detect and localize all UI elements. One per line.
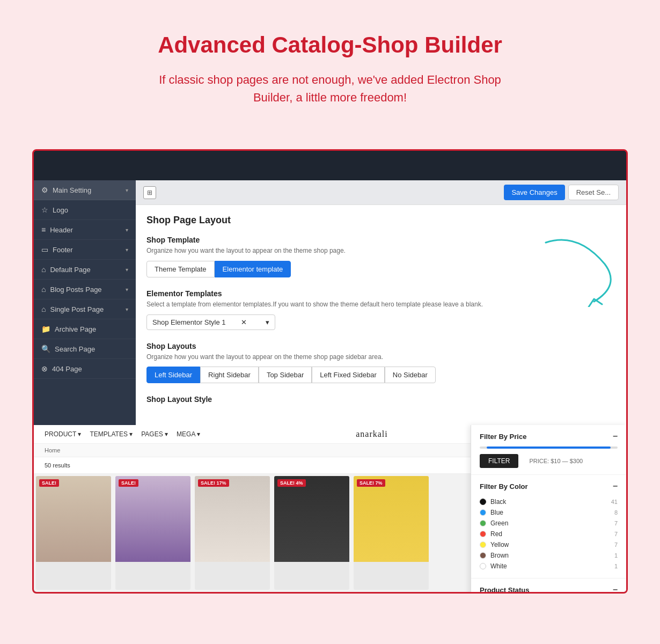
filter-status-title: Product Status − bbox=[480, 585, 618, 594]
sidebar-item-label: Archive Page bbox=[55, 325, 128, 333]
price-range-text: PRICE: $10 — $300 bbox=[529, 458, 583, 464]
color-item-yellow[interactable]: Yellow 7 bbox=[480, 539, 618, 550]
color-dot-white bbox=[480, 563, 486, 569]
color-left: White bbox=[480, 562, 507, 570]
sidebar-item-header[interactable]: ≡ Header ▾ bbox=[34, 220, 136, 240]
nav-pages[interactable]: PAGES ▾ bbox=[141, 430, 168, 438]
hero-section: Advanced Catalog-Shop Builder If classic… bbox=[0, 0, 660, 128]
hero-subtitle: If classic shop pages are not enough, we… bbox=[142, 71, 518, 106]
sidebar-item-label: 404 Page bbox=[52, 365, 128, 373]
color-name-black: Black bbox=[490, 498, 506, 506]
product-card[interactable]: SALE! 7% bbox=[354, 476, 429, 590]
shop-layouts-desc: Organize how you want the layout to appe… bbox=[146, 353, 615, 362]
nav-mega[interactable]: MEGA ▾ bbox=[177, 430, 200, 438]
product-image bbox=[274, 476, 349, 562]
color-name-yellow: Yellow bbox=[490, 541, 509, 548]
chevron-icon: ▾ bbox=[126, 227, 128, 233]
sidebar-item-label: Main Setting bbox=[53, 186, 121, 194]
chevron-icon: ▾ bbox=[126, 306, 128, 312]
select-arrow-icon: ▾ bbox=[266, 318, 269, 326]
color-dot-brown bbox=[480, 552, 486, 559]
main-content: ⊞ Save Changes Reset Se... Shop Page Lay… bbox=[136, 180, 626, 425]
reset-button[interactable]: Reset Se... bbox=[568, 185, 619, 200]
filter-price-title: Filter By Price − bbox=[480, 431, 618, 441]
shop-layout-style-section: Shop Layout Style bbox=[146, 395, 615, 404]
product-card[interactable]: SALE! 17% bbox=[195, 476, 270, 590]
theme-template-btn[interactable]: Theme Template bbox=[146, 261, 215, 277]
color-item-brown[interactable]: Brown 1 bbox=[480, 550, 618, 561]
right-sidebar-btn[interactable]: Right Sidebar bbox=[200, 367, 259, 383]
sidebar-item-main-setting[interactable]: ⚙ Main Setting ▾ bbox=[34, 180, 136, 200]
color-left: Yellow bbox=[480, 541, 509, 548]
sidebar-item-archive[interactable]: 📁 Archive Page bbox=[34, 319, 136, 339]
sidebar-item-label: Logo bbox=[53, 206, 128, 214]
sidebar-item-logo[interactable]: ☆ Logo bbox=[34, 200, 136, 220]
filter-apply-button[interactable]: FILTER bbox=[480, 454, 518, 468]
save-changes-button[interactable]: Save Changes bbox=[504, 185, 564, 200]
sidebar-item-label: Blog Posts Page bbox=[50, 286, 121, 294]
left-sidebar-btn[interactable]: Left Sidebar bbox=[146, 367, 200, 383]
footer-icon: ▭ bbox=[41, 245, 48, 254]
select-clear-icon[interactable]: ✕ bbox=[241, 318, 247, 326]
color-left: Blue bbox=[480, 509, 503, 516]
home-icon: ⌂ bbox=[41, 265, 46, 274]
color-count-white: 1 bbox=[614, 563, 618, 569]
search-icon: 🔍 bbox=[41, 345, 50, 353]
chevron-icon: ▾ bbox=[126, 267, 128, 273]
price-slider[interactable] bbox=[480, 447, 618, 449]
admin-panel: ⚙ Main Setting ▾ ☆ Logo ≡ Header ▾ ▭ Foo… bbox=[34, 180, 626, 425]
nav-templates[interactable]: TEMPLATES ▾ bbox=[90, 430, 133, 438]
color-count-brown: 1 bbox=[614, 552, 618, 559]
sidebar-item-search[interactable]: 🔍 Search Page bbox=[34, 339, 136, 359]
toolbar-right: Save Changes Reset Se... bbox=[504, 185, 619, 200]
filter-status-collapse-icon[interactable]: − bbox=[613, 585, 618, 594]
folder-icon: 📁 bbox=[41, 325, 50, 333]
color-list: Black 41 Blue 8 bbox=[480, 496, 618, 572]
sidebar-item-label: Single Post Page bbox=[50, 305, 121, 313]
chevron-icon: ▾ bbox=[126, 247, 128, 253]
nav-logo: anarkali bbox=[356, 429, 388, 439]
content-area: Shop Page Layout Shop Template Organize … bbox=[136, 205, 626, 425]
color-item-green[interactable]: Green 7 bbox=[480, 518, 618, 529]
sidebar-item-footer[interactable]: ▭ Footer ▾ bbox=[34, 240, 136, 260]
color-item-white[interactable]: White 1 bbox=[480, 561, 618, 572]
sale-badge: SALE! bbox=[119, 479, 138, 487]
elementor-template-select[interactable]: Shop Elementor Style 1 ✕ ▾ bbox=[146, 314, 275, 330]
sidebar-item-blog-posts[interactable]: ⌂ Blog Posts Page ▾ bbox=[34, 280, 136, 299]
product-card[interactable]: SALE! 4% bbox=[274, 476, 349, 590]
sidebar-item-label: Header bbox=[50, 226, 121, 234]
admin-toolbar: ⊞ Save Changes Reset Se... bbox=[136, 180, 626, 205]
filter-price-collapse-icon[interactable]: − bbox=[613, 431, 618, 441]
product-card[interactable]: SALE! bbox=[36, 476, 111, 590]
elementor-template-btn[interactable]: Elementor template bbox=[215, 261, 291, 277]
screenshot-container: ⚙ Main Setting ▾ ☆ Logo ≡ Header ▾ ▭ Foo… bbox=[32, 149, 628, 594]
filter-by-color-section: Filter By Color − Black 41 bbox=[471, 475, 626, 579]
no-sidebar-btn[interactable]: No Sidebar bbox=[385, 367, 436, 383]
filter-panel: Filter By Price − FILTER PRICE: $10 — $3… bbox=[471, 425, 626, 594]
filter-color-collapse-icon[interactable]: − bbox=[613, 481, 618, 491]
color-item-black[interactable]: Black 41 bbox=[480, 496, 618, 507]
color-count-blue: 8 bbox=[614, 509, 618, 516]
filter-price-controls: FILTER PRICE: $10 — $300 bbox=[480, 454, 618, 468]
star-icon: ☆ bbox=[41, 206, 48, 214]
product-card[interactable]: SALE! bbox=[115, 476, 190, 590]
sidebar-item-single-post[interactable]: ⌂ Single Post Page ▾ bbox=[34, 299, 136, 319]
color-item-red[interactable]: Red 7 bbox=[480, 529, 618, 539]
price-range bbox=[480, 447, 618, 449]
grid-toggle-icon[interactable]: ⊞ bbox=[143, 186, 156, 199]
left-fixed-sidebar-btn[interactable]: Left Fixed Sidebar bbox=[312, 367, 385, 383]
top-sidebar-btn[interactable]: Top Sidebar bbox=[259, 367, 312, 383]
filter-product-status-section: Product Status − In Stock On Sale bbox=[471, 579, 626, 594]
results-count: 50 results bbox=[45, 462, 70, 469]
nav-links: PRODUCT ▾ TEMPLATES ▾ PAGES ▾ MEGA ▾ bbox=[45, 430, 200, 438]
sidebar-item-default-page[interactable]: ⌂ Default Page ▾ bbox=[34, 260, 136, 280]
sidebar-item-404[interactable]: ⊗ 404 Page bbox=[34, 359, 136, 379]
page-title: Shop Page Layout bbox=[146, 215, 615, 226]
sidebar: ⚙ Main Setting ▾ ☆ Logo ≡ Header ▾ ▭ Foo… bbox=[34, 180, 136, 425]
sale-badge: SALE! 4% bbox=[277, 479, 306, 487]
breadcrumb-home[interactable]: Home bbox=[45, 447, 60, 453]
home-icon: ⌂ bbox=[41, 305, 46, 313]
color-dot-red bbox=[480, 531, 486, 537]
color-item-blue[interactable]: Blue 8 bbox=[480, 507, 618, 518]
nav-product[interactable]: PRODUCT ▾ bbox=[45, 430, 81, 438]
